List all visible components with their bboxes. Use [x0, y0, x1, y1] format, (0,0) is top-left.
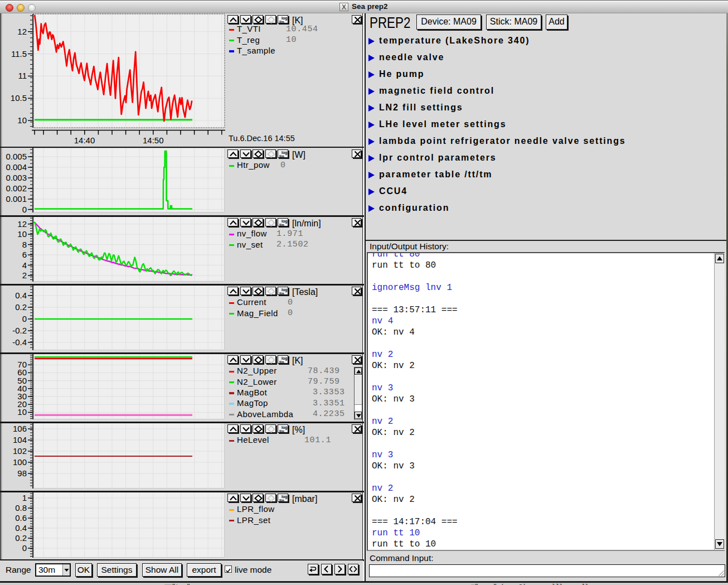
- svg-text:10.5: 10.5: [11, 93, 27, 103]
- svg-text:0.4: 0.4: [15, 291, 27, 300]
- svg-text:lin: lin: [279, 20, 284, 24]
- svg-text:14:50: 14:50: [143, 136, 164, 145]
- svg-text:102: 102: [13, 446, 27, 456]
- svg-text:0.003: 0.003: [6, 173, 27, 182]
- svg-text:0.001: 0.001: [6, 194, 27, 204]
- svg-text:lin: lin: [279, 223, 284, 227]
- svg-text:14:40: 14:40: [74, 136, 95, 145]
- svg-text:lin: lin: [279, 154, 284, 158]
- svg-text:106: 106: [13, 424, 27, 433]
- svg-text:0.8: 0.8: [15, 503, 27, 513]
- svg-text:0.2: 0.2: [15, 533, 27, 543]
- svg-text:4: 4: [22, 260, 27, 270]
- svg-text:98: 98: [17, 468, 27, 478]
- svg-text:0.002: 0.002: [6, 183, 27, 193]
- svg-text:11: 11: [18, 71, 27, 80]
- svg-text:10: 10: [17, 115, 27, 125]
- svg-text:1: 1: [22, 493, 27, 502]
- svg-text:0.6: 0.6: [15, 513, 27, 523]
- svg-text:0: 0: [22, 543, 27, 553]
- svg-text:0: 0: [22, 205, 27, 214]
- svg-text:0.005: 0.005: [6, 152, 27, 161]
- svg-text:8: 8: [22, 240, 27, 249]
- svg-text:lin: lin: [279, 291, 284, 296]
- svg-text:10: 10: [17, 407, 27, 417]
- svg-text:10: 10: [17, 229, 27, 239]
- svg-text:12: 12: [17, 219, 27, 229]
- svg-text:6: 6: [22, 250, 27, 259]
- svg-text:2: 2: [22, 270, 27, 280]
- svg-text:lin: lin: [279, 498, 284, 502]
- svg-text:11.5: 11.5: [11, 49, 27, 59]
- svg-text:lin: lin: [279, 360, 284, 364]
- svg-text:-0.4: -0.4: [12, 337, 27, 347]
- svg-text:104: 104: [13, 435, 27, 444]
- svg-text:0.4: 0.4: [15, 523, 27, 533]
- svg-text:0.2: 0.2: [15, 302, 27, 312]
- svg-text:-0.2: -0.2: [12, 326, 27, 335]
- svg-text:0: 0: [22, 314, 27, 323]
- svg-text:100: 100: [13, 457, 27, 467]
- svg-text:lin: lin: [279, 429, 284, 433]
- svg-text:12: 12: [17, 27, 27, 36]
- svg-text:0.004: 0.004: [6, 162, 27, 172]
